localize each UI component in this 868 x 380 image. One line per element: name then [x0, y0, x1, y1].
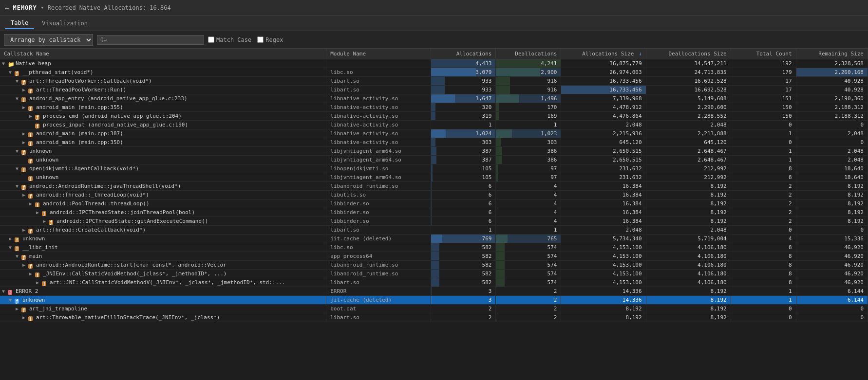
expand-btn[interactable]: ▶: [43, 218, 49, 224]
cell-alloc-size: 8,192: [561, 305, 646, 313]
table-row[interactable]: ƒunknown libjvmtiagent_arm64.so 387 386 …: [0, 156, 868, 164]
match-case-checkbox[interactable]: Match Case: [208, 36, 251, 43]
table-container: Callstack Name Module Name Allocations D…: [0, 49, 868, 380]
expand-btn[interactable]: ▼: [9, 245, 15, 250]
table-row[interactable]: ▼ƒart::ThreadPoolWorker::Callback(void*)…: [0, 77, 868, 86]
expand-btn[interactable]: ▼: [2, 61, 8, 66]
col-header-dealloc-size[interactable]: Deallocations Size: [646, 49, 731, 59]
table-row[interactable]: ▶ƒandroid::AndroidRuntime::start(char co…: [0, 261, 868, 270]
table-row[interactable]: ƒprocess_input (android_native_app_glue.…: [0, 121, 868, 129]
expand-btn[interactable]: ▶: [22, 105, 28, 110]
cell-remaining-size: 6,144: [796, 287, 868, 296]
table-row[interactable]: ▼ƒunknown libjvmtiagent_arm64.so 387 386…: [0, 147, 868, 156]
expand-btn[interactable]: ▼: [9, 70, 15, 75]
table-row[interactable]: ▶ƒandroid_main (main.cpp:355) libnative-…: [0, 103, 868, 112]
table-row[interactable]: ▼ƒmain app_process64 582 574 4,153,100 4…: [0, 252, 868, 261]
expand-btn[interactable]: ▶: [36, 280, 42, 285]
table-row[interactable]: ▼ƒunknown jit-cache (deleted) 3 2 14,336…: [0, 296, 868, 305]
cell-deallocations: 4: [496, 191, 561, 199]
table-row[interactable]: ▶ƒ_JNIEnv::CallStaticVoidMethod(_jclass*…: [0, 270, 868, 278]
expand-btn[interactable]: ▶: [29, 271, 35, 276]
cell-allocations: 3,079: [431, 68, 496, 77]
cell-module: libart.so: [326, 313, 431, 322]
expand-btn[interactable]: ▶: [22, 262, 28, 268]
table-row[interactable]: ▶ƒandroid_main (main.cpp:350) libnative-…: [0, 138, 868, 147]
table-row[interactable]: ▶ƒprocess_cmd (android_native_app_glue.c…: [0, 112, 868, 121]
expand-btn[interactable]: ▼: [9, 297, 15, 303]
back-button[interactable]: ←: [5, 4, 9, 12]
table-row[interactable]: ▼ƒ__libc_init libc.so 582 574 4,153,100 …: [0, 243, 868, 252]
cell-alloc-size: 16,384: [561, 199, 646, 208]
expand-btn[interactable]: ▶: [29, 201, 35, 206]
expand-btn[interactable]: ▼: [16, 78, 21, 84]
col-header-module[interactable]: Module Name: [326, 49, 431, 59]
table-row[interactable]: ▼ƒandroid_app_entry (android_native_app_…: [0, 94, 868, 103]
expand-btn[interactable]: ▶: [22, 315, 28, 320]
table-row[interactable]: ▼ƒandroid::AndroidRuntime::javaThreadShe…: [0, 182, 868, 191]
cell-remaining-size: 8,192: [796, 182, 868, 191]
cell-deallocations: 574: [496, 243, 561, 252]
expand-btn[interactable]: ▼: [16, 183, 21, 189]
table-row[interactable]: ▶ƒandroid::PoolThread::threadLoop() libb…: [0, 199, 868, 208]
table-row[interactable]: ▶ƒart_jni_trampoline boot.oat 2 2 8,192 …: [0, 305, 868, 313]
cell-alloc-size: 231,632: [561, 164, 646, 173]
arrange-select[interactable]: Arrange by callstack: [4, 34, 93, 46]
table-row[interactable]: ▶ƒandroid::IPCThreadState::getAndExecute…: [0, 217, 868, 226]
expand-btn[interactable]: ▶: [22, 192, 28, 198]
cell-alloc-size: 4,476,864: [561, 112, 646, 121]
tab-visualization[interactable]: Visualization: [36, 18, 94, 29]
expand-btn[interactable]: ▼: [16, 148, 21, 154]
table-row[interactable]: ▶ƒandroid_main (main.cpp:387) libnative-…: [0, 129, 868, 138]
expand-btn[interactable]: ▶: [36, 210, 42, 215]
table-row[interactable]: ▶ƒart::Throwable_nativeFillInStackTrace(…: [0, 313, 868, 322]
cell-remaining-size: 8,192: [796, 208, 868, 217]
col-header-callstack[interactable]: Callstack Name: [0, 49, 326, 59]
expand-btn[interactable]: ▶: [22, 131, 28, 136]
cell-callstack: ▼ƒunknown: [0, 296, 326, 305]
expand-btn[interactable]: ▶: [16, 306, 21, 311]
expand-btn[interactable]: ▶: [29, 113, 35, 119]
cell-callstack: ▶ƒandroid_main (main.cpp:355): [0, 103, 326, 112]
table-row[interactable]: ▶ƒart::JNI::CallStaticVoidMethodV(_JNIEn…: [0, 278, 868, 287]
tab-table[interactable]: Table: [5, 18, 34, 29]
cell-alloc-size: 2,048: [561, 121, 646, 129]
regex-checkbox[interactable]: Regex: [257, 36, 283, 43]
cell-module: libnative-activity.so: [326, 103, 431, 112]
expand-btn[interactable]: ▶: [22, 140, 28, 145]
expand-btn[interactable]: ▶: [22, 227, 28, 233]
cell-allocations: 933: [431, 77, 496, 86]
cell-allocations: 1: [431, 226, 496, 235]
table-row[interactable]: ▶ƒandroid::IPCThreadState::joinThreadPoo…: [0, 208, 868, 217]
col-header-remaining-size[interactable]: Remaining Size: [796, 49, 868, 59]
col-header-total-count[interactable]: Total Count: [731, 49, 796, 59]
expand-btn[interactable]: ▼: [16, 96, 21, 101]
cell-module: libjvmtiagent_arm64.so: [326, 156, 431, 164]
table-row[interactable]: ▶ƒandroid::Thread::_threadLoop(void*) li…: [0, 191, 868, 199]
table-row[interactable]: ▼ƒ__pthread_start(void*) libc.so 3,079 2…: [0, 68, 868, 77]
cell-dealloc-size: 4,106,180: [646, 252, 731, 261]
table-row[interactable]: ▶ƒart::Thread::CreateCallback(void*) lib…: [0, 226, 868, 235]
col-header-alloc-size[interactable]: Allocations Size ↓: [561, 49, 646, 59]
table-row[interactable]: ▼ƒopenjdkjvmti::AgentCallback(void*) lib…: [0, 164, 868, 173]
expand-btn[interactable]: ▶: [22, 87, 28, 92]
expand-btn[interactable]: ▼: [16, 166, 21, 171]
search-input[interactable]: [109, 36, 196, 43]
dropdown-arrow[interactable]: ▾: [41, 5, 44, 10]
cell-total-count: 150: [731, 103, 796, 112]
col-header-deallocations[interactable]: Deallocations: [496, 49, 561, 59]
col-header-allocations[interactable]: Allocations: [431, 49, 496, 59]
expand-btn[interactable]: ▼: [16, 253, 21, 259]
cell-total-count: 1: [731, 129, 796, 138]
table-row[interactable]: ▶ƒart::ThreadPoolWorker::Run() libart.so…: [0, 86, 868, 94]
cell-remaining-size: 2,188,312: [796, 112, 868, 121]
expand-btn[interactable]: ▼: [2, 289, 8, 294]
table-row[interactable]: ▶ƒunknown jit-cache (deleted) 769 765 5,…: [0, 235, 868, 243]
table-row[interactable]: ƒunknown libjvmtiagent_arm64.so 105 97 2…: [0, 173, 868, 182]
table-row[interactable]: ▼📁Native heap 4,433 4,241 36,875,779 34,…: [0, 59, 868, 68]
cell-allocations: 105: [431, 164, 496, 173]
cell-module: app_process64: [326, 252, 431, 261]
cell-dealloc-size: 8,192: [646, 182, 731, 191]
expand-btn[interactable]: ▶: [9, 236, 15, 241]
cell-allocations: 1,647: [431, 94, 496, 103]
table-row[interactable]: ▼!ERROR 2 ERROR 3 2 14,336 8,192 1 6,144: [0, 287, 868, 296]
